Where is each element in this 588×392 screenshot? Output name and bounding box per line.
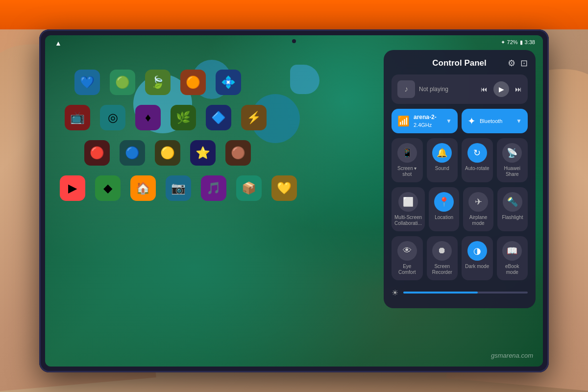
airplane-mode-toggle[interactable]: ✈ Airplanemode — [463, 187, 493, 231]
autorotate-icon: ↻ — [467, 143, 487, 163]
front-camera — [292, 39, 296, 43]
app-icon[interactable]: 📷 — [166, 175, 191, 201]
app-icon[interactable]: ▶ — [60, 175, 85, 201]
app-row-3: 🔴 🔵 🟡 ⭐ 🟤 — [55, 140, 376, 166]
screenshot-label: Screen ▾shot — [397, 166, 416, 177]
multiscreen-label: Multi-ScreenCollaborati... — [394, 215, 422, 226]
autorotate-toggle[interactable]: ↻ Auto-rotate — [462, 138, 493, 182]
app-icon[interactable]: 🟢 — [110, 70, 135, 95]
bluetooth-tile[interactable]: ✦ Bluetooth ▼ — [462, 109, 528, 133]
battery-icon: ▮ — [520, 39, 523, 46]
app-icon[interactable]: 🍃 — [145, 70, 171, 95]
control-panel: Control Panel ⚙ ⊡ ♪ Not playing ⏮ ▶ — [384, 50, 536, 308]
app-icon[interactable]: 🏠 — [130, 175, 156, 201]
flashlight-label: Flashlight — [502, 215, 523, 220]
huawei-share-label: HuaweiShare — [504, 166, 520, 177]
app-icon[interactable]: 💙 — [74, 70, 100, 95]
settings-icon[interactable]: ⚙ — [508, 58, 515, 69]
app-icon[interactable]: 🟤 — [225, 140, 251, 166]
app-icon[interactable]: 💠 — [216, 70, 241, 95]
bluetooth-expand-icon[interactable]: ▼ — [516, 118, 522, 124]
screenshot-icon: 📱 — [397, 143, 417, 163]
media-player: ♪ Not playing ⏮ ▶ ⏭ — [392, 74, 528, 104]
airplane-label: Airplanemode — [469, 215, 488, 226]
app-row-2: 📺 ◎ ♦ 🌿 🔷 ⚡ — [55, 105, 376, 130]
sound-toggle[interactable]: 🔔 Sound — [427, 138, 458, 182]
brightness-slider[interactable] — [403, 292, 528, 294]
app-icon[interactable]: 📦 — [236, 175, 262, 201]
toggles-grid-row3: 👁 Eye Comfort ⏺ ScreenRecorder ◑ Dark mo… — [392, 236, 528, 280]
status-icons: ✦ 72% ▮ 3:38 — [501, 39, 535, 46]
screenshot-toggle[interactable]: 📱 Screen ▾shot — [392, 138, 423, 182]
screen-recorder-icon: ⏺ — [432, 241, 452, 261]
app-icon[interactable]: 🔷 — [206, 105, 231, 130]
screen-recorder-label: ScreenRecorder — [432, 264, 452, 275]
cp-header: Control Panel ⚙ ⊡ — [392, 58, 528, 69]
media-controls[interactable]: ⏮ ▶ ⏭ — [481, 81, 522, 97]
huawei-share-icon: 📡 — [502, 143, 522, 163]
home-screen-apps: 💙 🟢 🍃 🟠 💠 📺 ◎ ♦ 🌿 🔷 ⚡ 🔴 🔵 — [55, 55, 376, 318]
bluetooth-label: Bluetooth — [480, 118, 502, 124]
toggles-grid-row1: 📱 Screen ▾shot 🔔 Sound ↻ Auto-rotate — [392, 138, 528, 182]
eye-comfort-label: Eye Comfort — [394, 264, 420, 275]
media-not-playing: Not playing — [419, 86, 448, 93]
app-icon[interactable]: 🟡 — [155, 140, 180, 166]
ebook-icon: 📖 — [502, 241, 522, 261]
airplane-icon: ✈ — [468, 192, 488, 212]
location-icon: 📍 — [434, 192, 454, 212]
brightness-icon: ☀ — [392, 288, 398, 297]
eye-comfort-icon: 👁 — [397, 241, 417, 261]
app-icon[interactable]: ⚡ — [241, 105, 267, 130]
app-icon[interactable]: 🌿 — [171, 105, 196, 130]
brightness-fill — [403, 292, 478, 294]
multiscreen-icon: ⬜ — [398, 192, 418, 212]
media-next-btn[interactable]: ⏭ — [515, 85, 522, 93]
app-icon[interactable]: 🟠 — [180, 70, 206, 95]
ebook-label: eBook mode — [500, 264, 525, 275]
top-surface — [0, 0, 588, 29]
app-row-1: 💙 🟢 🍃 🟠 💠 — [55, 70, 376, 95]
edit-icon[interactable]: ⊡ — [520, 58, 528, 69]
cp-title: Control Panel — [411, 58, 508, 68]
bluetooth-icon: ✦ — [467, 115, 476, 127]
dark-mode-toggle[interactable]: ◑ Dark mode — [462, 236, 493, 280]
watermark: gsmarena.com — [491, 352, 533, 359]
wifi-tile[interactable]: 📶 arena-2- 2.4GHz ▼ — [392, 109, 458, 133]
app-row-4: ▶ ◆ 🏠 📷 🎵 📦 💛 — [55, 175, 376, 201]
wifi-info: arena-2- 2.4GHz — [414, 114, 437, 128]
brightness-row: ☀ — [392, 285, 528, 300]
autorotate-label: Auto-rotate — [465, 166, 489, 172]
media-player-left: ♪ Not playing — [397, 80, 448, 98]
connectivity-row: 📶 arena-2- 2.4GHz ▼ ✦ Bluetooth ▼ — [392, 109, 528, 133]
flashlight-toggle[interactable]: 🔦 Flashlight — [497, 187, 528, 231]
app-icon[interactable]: 💛 — [271, 175, 297, 201]
battery-percent: 72% — [507, 39, 518, 45]
huawei-share-toggle[interactable]: 📡 HuaweiShare — [497, 138, 528, 182]
media-play-btn[interactable]: ▶ — [493, 81, 509, 97]
location-label: Location — [435, 215, 453, 220]
app-icon[interactable]: ◆ — [95, 175, 121, 201]
sound-label: Sound — [435, 166, 449, 172]
flashlight-icon: 🔦 — [503, 192, 522, 212]
app-icon[interactable]: ♦ — [135, 105, 161, 130]
ebook-mode-toggle[interactable]: 📖 eBook mode — [497, 236, 528, 280]
screen-recorder-toggle[interactable]: ⏺ ScreenRecorder — [427, 236, 458, 280]
media-prev-btn[interactable]: ⏮ — [481, 85, 488, 93]
location-toggle[interactable]: 📍 Location — [429, 187, 459, 231]
toggles-grid-row2: ⬜ Multi-ScreenCollaborati... 📍 Location … — [392, 187, 528, 231]
app-icon[interactable]: 🔵 — [120, 140, 145, 166]
scene: ✦ 72% ▮ 3:38 ▲ 💙 🟢 🍃 🟠 💠 📺 — [0, 0, 588, 392]
app-icon[interactable]: ⭐ — [190, 140, 216, 166]
bluetooth-status-icon: ✦ — [501, 39, 505, 46]
eye-comfort-toggle[interactable]: 👁 Eye Comfort — [392, 236, 423, 280]
multiscreen-toggle[interactable]: ⬜ Multi-ScreenCollaborati... — [392, 187, 425, 231]
app-icon[interactable]: ◎ — [100, 105, 125, 130]
app-icon[interactable]: 🔴 — [84, 140, 110, 166]
tablet-device: ✦ 72% ▮ 3:38 ▲ 💙 🟢 🍃 🟠 💠 📺 — [39, 29, 549, 372]
app-icon[interactable]: 📺 — [65, 105, 90, 130]
dark-mode-label: Dark mode — [465, 264, 489, 270]
wifi-icon: 📶 — [397, 115, 410, 127]
wifi-expand-icon[interactable]: ▼ — [446, 118, 452, 124]
cp-header-icons: ⚙ ⊡ — [508, 58, 528, 69]
app-icon[interactable]: 🎵 — [201, 175, 226, 201]
